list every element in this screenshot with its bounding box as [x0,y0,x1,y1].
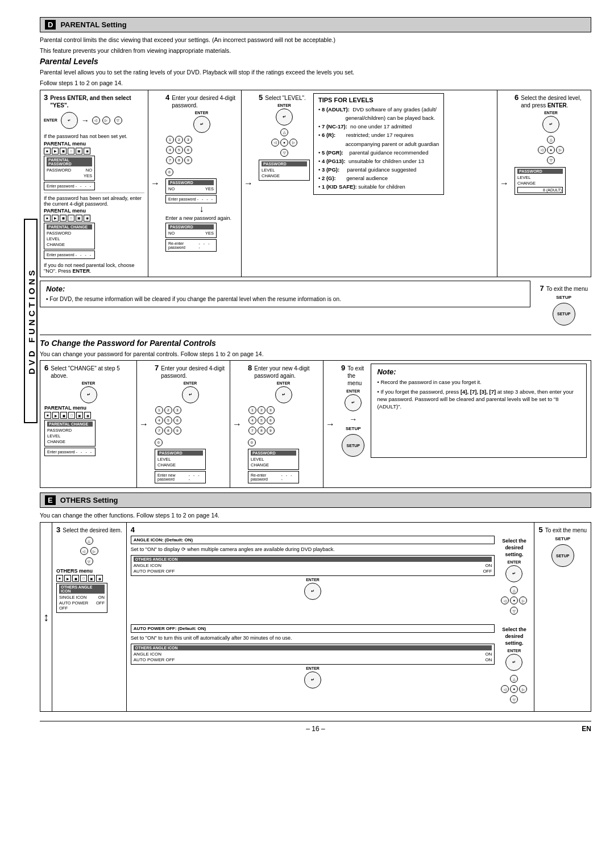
others-nav-down: ▽ [85,557,93,565]
cnum-7: 7 [155,427,163,435]
nav-left-5: ◁ [271,139,279,147]
step-3-parental-menu-label2: PARENTAL menu [44,208,144,214]
step4-pw-screen: PASSWORD NOYES [165,178,217,194]
angle-select-label: Select thedesiredsetting. [502,538,526,558]
bracket-arrows: ↕ [40,523,52,711]
cnum-3: 3 [173,406,181,414]
c8num-3: 3 [267,406,275,414]
enter-button-angle2: ↵ [505,565,522,582]
cmenu-icon-6: ◉ [84,412,91,419]
step-5-num: 5 [259,93,263,102]
page-number: – 16 – [306,725,325,733]
numpad-c7: 1 2 3 4 5 6 7 8 9 [155,406,226,435]
section-d-header: D PARENTAL Setting [40,17,591,32]
parental-levels-intro: Parental level allows you to set the rat… [40,68,591,77]
angle-icon-title-box: ANGLE ICON: (Default: ON) [131,536,495,544]
section-d-intro1: Parental control limits the disc viewing… [40,36,591,44]
change-step8-reenter-field: Re-enter password- - - - [248,471,299,483]
btn-right-icon: ▷ [102,116,110,124]
change-pw-intro: You can change your password for parenta… [40,350,591,358]
menu2-icon-1: ■ [44,215,51,222]
enter-button-icon-5: ↵ [276,108,293,126]
menu-icon-5: ▣ [76,148,82,155]
section-e-header: E OTHERS Setting [40,493,591,508]
nav-left-6: ◁ [538,146,546,154]
num-5: 5 [175,146,183,154]
change-menu-icons: ■ ▶ ◼ □ ▣ ◉ [44,412,132,419]
arrow-c7-c8: → [230,419,244,429]
enter-button-icon-3: ↵ [61,112,78,129]
angle-icon-title: ANGLE ICON: (Default: ON) [134,537,193,542]
section-d-title: PARENTAL Setting [60,20,126,29]
parental-menu-icons: ■ ▶ ◼ □ ▣ ◉ [44,148,144,155]
step-4-num: 4 [165,93,169,102]
arrow-c6-c7: → [137,419,151,429]
menu-icon-1: ■ [44,148,51,155]
others-menu-label: OTHERS menu [56,568,122,574]
enter-label-5: ENTER [259,103,310,107]
setup-label-e5: SETUP [555,536,570,541]
step-3-parental-menu-label: PARENTAL menu [44,141,144,147]
c8num-0: 0 [248,439,256,446]
step-3-box: 3 Press ENTER, and then select "YES". EN… [40,90,148,277]
note-box-2: Note: • Record the password in case you … [371,364,587,458]
change-step-7-box: 7 Enter your desired 4-digit password. E… [151,361,230,487]
step3-others-num: 3 [56,525,60,534]
enter-button-c7: ↵ [182,386,199,403]
angle-nav-right: ▷ [519,596,527,604]
change-step-8-box: 8 Enter your new 4-digit password again.… [244,361,323,487]
enter-label-angle: ENTER [131,578,495,582]
change-step-7-label: Enter your desired 4-digit password. [161,365,226,379]
num-9: 9 [184,156,192,164]
cnum-2: 2 [164,406,172,414]
section-e-letter: E [45,495,56,505]
cnum-0: 0 [155,439,163,446]
change-step-6-box: 6 Select "CHANGE" at step 5 above. ENTER… [40,361,137,487]
enter-label-auto2: ENTER [508,649,521,653]
c8num-6: 6 [267,416,275,424]
setup-button-c9: SETUP [342,434,364,457]
c8num-9: 9 [267,427,275,435]
parental-levels-title: Parental Levels [40,57,591,66]
omenu-icon-2: ▶ [64,575,71,582]
cnum-8: 8 [164,427,172,435]
angle-nav-center: ● [510,596,518,604]
auto-power-title: AUTO POWER OFF: (Default: ON) [134,626,206,631]
enter-label-c9: ENTER [346,389,360,393]
step-7-box: 7 To exit the menu SETUP SETUP [536,281,591,330]
step4-enter-pw-field: Enter password- - - - [165,195,217,203]
step4-others-box: 4 ANGLE ICON: (Default: ON) Set to "ON" … [127,523,535,711]
step4-reenter-screen: PASSWORD NOYES [165,223,217,238]
c8num-2: 2 [258,406,265,414]
c8num-4: 4 [248,416,256,424]
change-parental-screen: PARENTAL CHANGE PASSWORD LEVEL CHANGE [44,420,96,446]
step3-others-label: Select the desired item. [63,527,122,534]
c8num-5: 5 [258,416,265,424]
setup-label-c9: SETUP [346,426,361,431]
section-d-intro2: This feature prevents your children from… [40,47,591,55]
enter-button-auto: ↵ [304,671,321,688]
cmenu-icon-4: □ [68,412,75,419]
section-e-title: OTHERS Setting [60,496,118,504]
enter-label-auto: ENTER [131,666,495,670]
arrow-4-5: → [242,178,255,189]
step5-others-num: 5 [538,525,542,534]
parental-levels-follow: Follow steps 1 to 2 on page 14. [40,79,591,87]
change-pw-steps-row: 6 Select "CHANGE" at step 5 above. ENTER… [40,360,591,488]
c8num-1: 1 [248,406,256,414]
auto-nav-right: ▷ [519,685,527,693]
step5-others-box: 5 To exit the menu SETUP SETUP [534,523,591,711]
change-step-9-box: 9 To exit the menu ENTER ↵ → SETUP SETUP… [337,361,591,487]
btn-down-icon: ▽ [114,116,122,124]
omenu-icon-5: ▣ [88,575,95,582]
menu2-icon-6: ◉ [84,215,90,222]
others-nav-up: △ [85,537,93,545]
step6-level-screen: PASSWORD LEVEL CHANGE 8 (ADULT) [515,167,566,195]
step-6-num: 6 [515,93,518,102]
enter-button-icon-4: ↵ [193,116,210,133]
angle-nav-down: ▽ [510,607,518,615]
enter-center-5: ● [280,139,288,147]
others-menu-icons: ■ ▶ ◼ □ ▣ ◉ [56,575,122,582]
step-4-box: 4 Enter your desired 4-digit password. E… [162,90,242,277]
note2-title: Note: [377,368,580,376]
